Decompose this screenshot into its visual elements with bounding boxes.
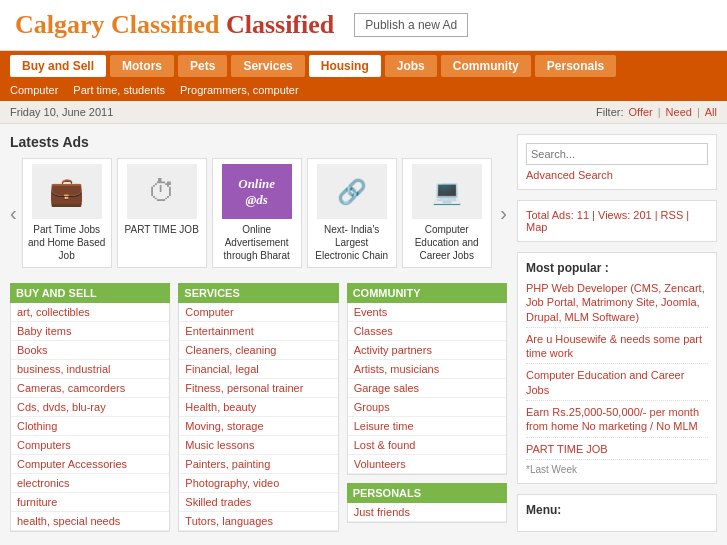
filter-offer[interactable]: Offer	[628, 106, 652, 118]
advanced-search-link[interactable]: Advanced Search	[526, 169, 708, 181]
rss-link[interactable]: RSS	[661, 209, 684, 221]
list-item: art, collectibles	[11, 303, 169, 322]
cat-link[interactable]: Baby items	[17, 325, 71, 337]
filter-need[interactable]: Need	[666, 106, 692, 118]
popular-link[interactable]: Are u Housewife & needs some part time w…	[526, 332, 708, 361]
list-item: Events	[348, 303, 506, 322]
cat-link[interactable]: Clothing	[17, 420, 57, 432]
cat-link[interactable]: Painters, painting	[185, 458, 270, 470]
search-widget: Advanced Search	[517, 134, 717, 190]
filter-label: Filter:	[596, 106, 624, 118]
map-link[interactable]: Map	[526, 221, 547, 233]
publish-ad-button[interactable]: Publish a new Ad	[354, 13, 468, 37]
cat-link[interactable]: Activity partners	[354, 344, 432, 356]
cat-link[interactable]: Artists, musicians	[354, 363, 440, 375]
site-title-part2: Classified	[111, 10, 219, 39]
list-item: Health, beauty	[179, 398, 337, 417]
cat-list-services: Computer Entertainment Cleaners, cleanin…	[178, 303, 338, 532]
cat-link[interactable]: electronics	[17, 477, 70, 489]
personals-section: PERSONALS Just friends	[347, 483, 507, 523]
total-ads-value: 11	[577, 209, 589, 221]
list-item: Lost & found	[348, 436, 506, 455]
popular-link[interactable]: Earn Rs.25,000-50,000/- per month from h…	[526, 405, 708, 434]
cat-link[interactable]: Fitness, personal trainer	[185, 382, 303, 394]
list-item: Clothing	[11, 417, 169, 436]
carousel-next-button[interactable]: ›	[500, 202, 507, 225]
sub-nav-programmers[interactable]: Programmers, computer	[180, 84, 299, 96]
nav-item-pets[interactable]: Pets	[178, 55, 227, 77]
list-item: Computer	[179, 303, 337, 322]
list-item: Volunteers	[348, 455, 506, 474]
cat-link[interactable]: Computers	[17, 439, 71, 451]
popular-link[interactable]: PART TIME JOB	[526, 442, 708, 456]
list-item: Just friends	[348, 503, 506, 522]
cat-link[interactable]: Photography, video	[185, 477, 279, 489]
cat-link[interactable]: Financial, legal	[185, 363, 258, 375]
cat-link[interactable]: Just friends	[354, 506, 410, 518]
total-ads-label: Total Ads:	[526, 209, 574, 221]
cat-link[interactable]: Skilled trades	[185, 496, 251, 508]
list-item: Are u Housewife & needs some part time w…	[526, 332, 708, 365]
list-item: Garage sales	[348, 379, 506, 398]
list-item: Cleaners, cleaning	[179, 341, 337, 360]
sub-nav-computer[interactable]: Computer	[10, 84, 58, 96]
site-title-classified: Classified	[226, 10, 334, 39]
nav-item-services[interactable]: Services	[231, 55, 304, 77]
list-item: Cameras, camcorders	[11, 379, 169, 398]
category-community-personals: COMMUNITY Events Classes Activity partne…	[347, 283, 507, 532]
cat-link[interactable]: Groups	[354, 401, 390, 413]
ad-title-2: PART TIME JOB	[123, 223, 201, 236]
list-item: Earn Rs.25,000-50,000/- per month from h…	[526, 405, 708, 438]
ad-item-1[interactable]: 💼 Part Time Jobs and Home Based Job	[22, 158, 112, 268]
nav-item-community[interactable]: Community	[441, 55, 531, 77]
ad-image-1: 💼	[32, 164, 102, 219]
cat-link[interactable]: Books	[17, 344, 48, 356]
right-sidebar: Advanced Search Total Ads: 11 | Views: 2…	[517, 134, 717, 532]
popular-link[interactable]: PHP Web Developer (CMS, Zencart, Job Por…	[526, 281, 708, 324]
cat-link[interactable]: art, collectibles	[17, 306, 90, 318]
cat-link[interactable]: Cds, dvds, blu-ray	[17, 401, 106, 413]
list-item: Artists, musicians	[348, 360, 506, 379]
cat-link[interactable]: health, special needs	[17, 515, 120, 527]
cat-link[interactable]: Music lessons	[185, 439, 254, 451]
ad-title-1: Part Time Jobs and Home Based Job	[28, 223, 106, 262]
cat-link[interactable]: Moving, storage	[185, 420, 263, 432]
cat-link[interactable]: Computer Accessories	[17, 458, 127, 470]
cat-link[interactable]: Entertainment	[185, 325, 253, 337]
nav-item-personals[interactable]: Personals	[535, 55, 616, 77]
sub-nav-part-time[interactable]: Part time, students	[73, 84, 165, 96]
cat-link[interactable]: Events	[354, 306, 388, 318]
nav-item-buy-sell[interactable]: Buy and Sell	[10, 55, 106, 77]
carousel-prev-button[interactable]: ‹	[10, 202, 17, 225]
ad-title-4: Next- India's Largest Electronic Chain	[313, 223, 391, 262]
ad-item-3[interactable]: Online@ds Online Advertisement through B…	[212, 158, 302, 268]
cat-link[interactable]: Health, beauty	[185, 401, 256, 413]
nav-item-motors[interactable]: Motors	[110, 55, 174, 77]
cat-link[interactable]: Leisure time	[354, 420, 414, 432]
cat-link[interactable]: Cleaners, cleaning	[185, 344, 276, 356]
content-area: Latests Ads ‹ 💼 Part Time Jobs and Home …	[10, 134, 507, 532]
list-item: Activity partners	[348, 341, 506, 360]
cat-link[interactable]: furniture	[17, 496, 57, 508]
ad-item-5[interactable]: 💻 Computer Education and Career Jobs	[402, 158, 492, 268]
popular-link[interactable]: Computer Education and Career Jobs	[526, 368, 708, 397]
ad-item-2[interactable]: ⏱ PART TIME JOB	[117, 158, 207, 268]
cat-link[interactable]: Volunteers	[354, 458, 406, 470]
cat-link[interactable]: Classes	[354, 325, 393, 337]
list-item: electronics	[11, 474, 169, 493]
cat-header-community: COMMUNITY	[347, 283, 507, 303]
cat-link[interactable]: Computer	[185, 306, 233, 318]
cat-link[interactable]: Lost & found	[354, 439, 416, 451]
filter-all[interactable]: All	[705, 106, 717, 118]
cat-link[interactable]: Tutors, languages	[185, 515, 273, 527]
list-item: Painters, painting	[179, 455, 337, 474]
list-item: Baby items	[11, 322, 169, 341]
nav-item-jobs[interactable]: Jobs	[385, 55, 437, 77]
cat-header-personals: PERSONALS	[347, 483, 507, 503]
ad-item-4[interactable]: 🔗 Next- India's Largest Electronic Chain	[307, 158, 397, 268]
cat-link[interactable]: Garage sales	[354, 382, 419, 394]
search-input[interactable]	[526, 143, 708, 165]
nav-item-housing[interactable]: Housing	[309, 55, 381, 77]
cat-link[interactable]: business, industrial	[17, 363, 111, 375]
cat-link[interactable]: Cameras, camcorders	[17, 382, 125, 394]
